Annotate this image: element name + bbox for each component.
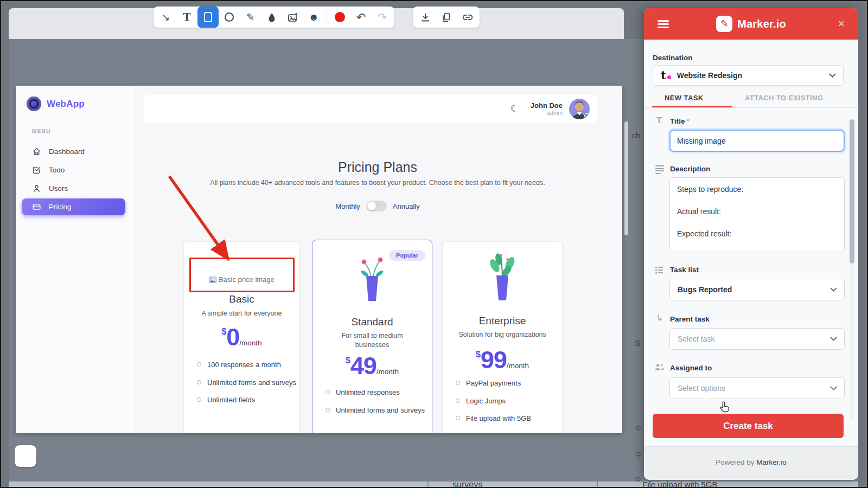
teamwork-logo-icon: t (661, 70, 671, 80)
plan-tagline: For small to medium businesses (312, 331, 432, 350)
sidebar-item-dashboard: Dashboard (32, 144, 85, 158)
assigned-to-select[interactable]: Select options (669, 377, 845, 399)
user-role: admin (531, 110, 563, 116)
plan-features: PayPal payments Logic Jumps File upload … (456, 378, 531, 432)
redo-button[interactable]: ↷ (372, 7, 393, 28)
webapp-topbar: ☾ John Doe admin (144, 95, 597, 123)
sidebar-item-label: Pricing (49, 203, 71, 211)
pen-tool-button[interactable]: ✎ (240, 7, 261, 28)
text-tool-button[interactable]: T (176, 7, 197, 28)
feature-item: Unlimited fields (197, 395, 296, 405)
destination-label: Destination (653, 54, 693, 62)
plan-price: $49/month (312, 352, 432, 380)
chevron-down-icon (830, 287, 837, 292)
price-amount: 49 (350, 352, 376, 380)
ellipse-tool-button[interactable] (219, 7, 240, 28)
feature-item: Logic Jumps (456, 396, 531, 406)
parent-task-select[interactable]: Select task (669, 328, 845, 350)
bullet-icon (197, 362, 201, 367)
destination-value: Website Redesign (677, 71, 742, 80)
feature-item: Unlimited responses (326, 388, 425, 397)
price-period: /month (239, 339, 261, 347)
create-task-button[interactable]: Create task (653, 414, 844, 438)
parent-task-label: Parent task (670, 315, 710, 323)
powered-by-text: Powered by (716, 458, 756, 466)
rectangle-tool-button[interactable] (197, 7, 219, 28)
assigned-to-placeholder: Select options (678, 384, 725, 393)
plan-price: $99/month (443, 346, 562, 374)
plan-name: Enterprise (443, 315, 562, 327)
title-label: Title* (670, 117, 690, 125)
redo-icon: ↷ (378, 11, 387, 24)
marker-brand: ✎ Marker.io (644, 16, 858, 32)
link-button[interactable] (457, 7, 478, 28)
emoji-icon: ☻ (309, 11, 320, 23)
plan-tagline: Solution for big organizations (443, 330, 562, 339)
plan-tagline: A simple start for everyone (184, 309, 299, 318)
tab-attach-to-existing[interactable]: ATTACH TO EXISTING (745, 94, 823, 102)
billing-annually-label: Annually (393, 202, 420, 210)
title-input[interactable]: Missing image (669, 130, 845, 152)
description-line: Actual result: (677, 206, 837, 217)
bullet-icon (197, 380, 201, 384)
background-card-border-fragment (597, 481, 598, 488)
link-icon (462, 12, 473, 23)
copy-icon (442, 12, 451, 22)
sidebar-item-todo: Todo (32, 163, 65, 177)
price-amount: 99 (481, 346, 507, 374)
description-textarea[interactable]: Steps to reproduce: Actual result: Expec… (669, 177, 845, 252)
pricing-card-icon (32, 202, 41, 211)
people-icon (654, 363, 665, 371)
text-tool-icon: T (183, 10, 190, 24)
description-label: Description (670, 165, 710, 173)
tab-new-task[interactable]: NEW TASK (665, 94, 704, 102)
plan-name: Basic (184, 293, 299, 305)
assigned-to-label: Assigned to (670, 364, 712, 372)
task-list-label: Task list (670, 266, 699, 274)
user-icon (32, 184, 41, 193)
zoom-in-button[interactable] (15, 445, 36, 467)
download-button[interactable] (414, 7, 436, 28)
flower-vase-illustration (352, 254, 393, 303)
popular-badge: Popular (389, 250, 425, 261)
background-page-bottom-strip: surveys File upload with 5GB (9, 481, 858, 488)
sidebar-menu-label: MENU (32, 129, 51, 134)
copy-button[interactable] (436, 7, 457, 28)
plan-price: $0/month (184, 323, 299, 351)
close-panel-button[interactable]: × (833, 16, 850, 32)
task-list-select[interactable]: Bugs Reported (669, 279, 845, 300)
parent-task-icon: ↳ (656, 313, 663, 323)
red-arrow-annotation[interactable] (164, 172, 240, 267)
feature-item: 100 responses a month (197, 360, 296, 370)
destination-select[interactable]: t Website Redesign (653, 65, 844, 86)
image-tool-button[interactable] (282, 7, 303, 28)
billing-toggle (366, 201, 387, 211)
assigned-to-icon (654, 363, 665, 373)
arrow-tool-button[interactable]: ↘ (155, 7, 176, 28)
marker-brand-name: Marker.io (737, 18, 786, 30)
download-icon (420, 12, 430, 22)
panel-header: ✎ Marker.io × (644, 8, 858, 40)
feature-item: Unlimited forms and surveys (197, 378, 296, 388)
rectangle-icon (204, 12, 212, 22)
parent-task-placeholder: Select task (678, 335, 714, 343)
plan-card-standard: Popular Standard For small to medium bus… (312, 240, 432, 433)
avatar (569, 99, 590, 119)
emoji-tool-button[interactable]: ☻ (303, 7, 324, 28)
sidebar-item-users: Users (32, 181, 68, 195)
user-meta: John Doe admin (531, 101, 563, 116)
marker-io-annotation-app: ↘ T ✎ ☻ ↶ ↷ (0, 0, 868, 488)
background-card-border-fragment (427, 481, 429, 488)
description-line: Steps to reproduce: (677, 184, 837, 195)
blur-tool-button[interactable] (261, 7, 282, 28)
chevron-down-icon (830, 386, 837, 390)
undo-button[interactable]: ↶ (350, 7, 372, 28)
online-status-dot (584, 113, 590, 119)
background-text-fragment: File upload with 5GB (642, 481, 717, 488)
background-page-scrollbar-fragment (624, 121, 628, 235)
panel-scrollbar-thumb[interactable] (850, 119, 854, 264)
screenshot-canvas[interactable]: WebApp MENU Dashboard Todo Users Pricing (16, 86, 622, 433)
plan-name: Standard (312, 316, 432, 328)
color-swatch-button[interactable] (329, 7, 350, 28)
magnifier-plus-icon (20, 450, 31, 462)
